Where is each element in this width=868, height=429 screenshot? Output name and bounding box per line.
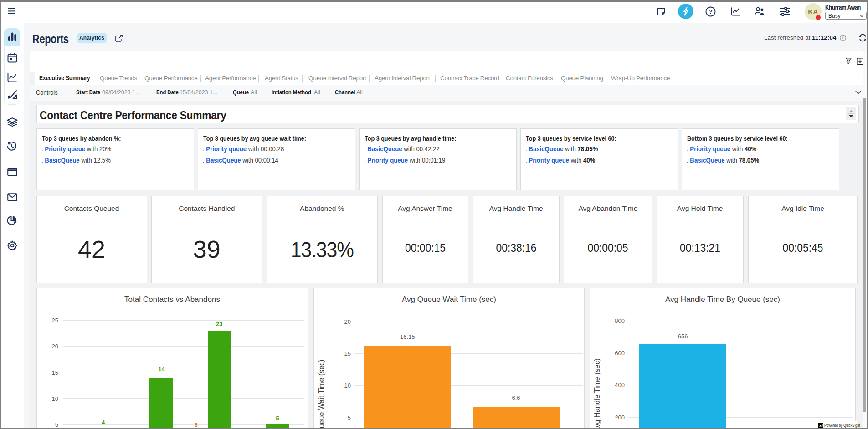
svg-text:i: i: [842, 36, 844, 40]
svg-text:?: ?: [709, 8, 713, 15]
